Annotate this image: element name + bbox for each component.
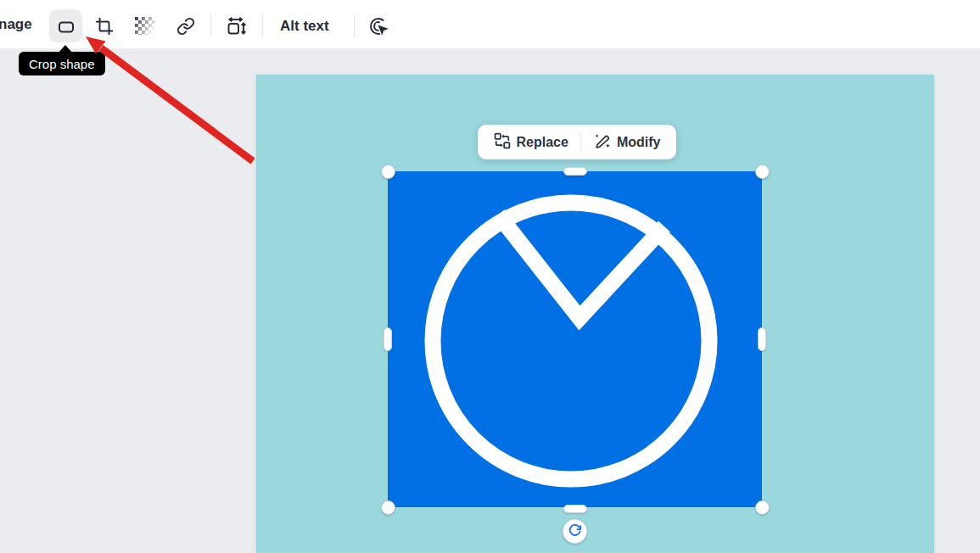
resize-handle-bottom-right[interactable]: [755, 500, 770, 515]
rounded-rect-icon: [56, 16, 76, 36]
resize-handle-top[interactable]: [563, 167, 587, 176]
click-pointer-icon: [369, 16, 389, 36]
image-toolbar: nage: [0, 0, 980, 49]
swap-squares-icon: [494, 132, 511, 153]
modify-label: Modify: [617, 135, 661, 150]
magic-pen-icon: [593, 131, 611, 153]
link-button[interactable]: [171, 9, 201, 42]
rotate-handle[interactable]: [563, 519, 587, 544]
resize-arrows-icon: [226, 16, 246, 36]
toolbar-divider: [262, 14, 263, 36]
checkerboard-icon: [135, 17, 155, 35]
pie-chart-glyph: [388, 171, 762, 507]
resize-handle-top-left[interactable]: [381, 165, 395, 179]
resize-handle-bottom[interactable]: [563, 505, 587, 513]
crop-icon: [95, 17, 114, 36]
replace-label: Replace: [517, 135, 568, 150]
replace-button[interactable]: Replace: [482, 125, 580, 159]
rotate-cw-icon: [568, 523, 582, 540]
resize-handle-right[interactable]: [758, 327, 766, 351]
app-window: nage: [0, 0, 980, 553]
resize-handle-top-right[interactable]: [755, 165, 770, 179]
link-icon: [176, 17, 195, 36]
selection-toolbar: Replace Modify: [478, 125, 676, 159]
alt-text-button[interactable]: Alt text: [273, 9, 336, 42]
toolbar-item-image-truncated[interactable]: nage: [0, 0, 32, 49]
crop-shape-button[interactable]: [49, 9, 82, 42]
selected-image[interactable]: [388, 171, 762, 507]
click-action-button[interactable]: [364, 9, 395, 42]
transparency-button[interactable]: [130, 9, 160, 42]
tooltip-caret: [59, 45, 72, 53]
toolbar-divider: [354, 14, 355, 36]
crop-button[interactable]: [89, 9, 120, 42]
resize-handle-bottom-left[interactable]: [381, 500, 395, 515]
design-canvas[interactable]: Replace Modify: [256, 75, 934, 553]
resize-button[interactable]: [221, 9, 251, 42]
tooltip-label: Crop shape: [29, 57, 95, 71]
crop-shape-tooltip: Crop shape: [19, 52, 105, 75]
resize-handle-left[interactable]: [384, 327, 392, 351]
modify-button[interactable]: Modify: [581, 125, 673, 159]
toolbar-divider: [210, 14, 211, 36]
